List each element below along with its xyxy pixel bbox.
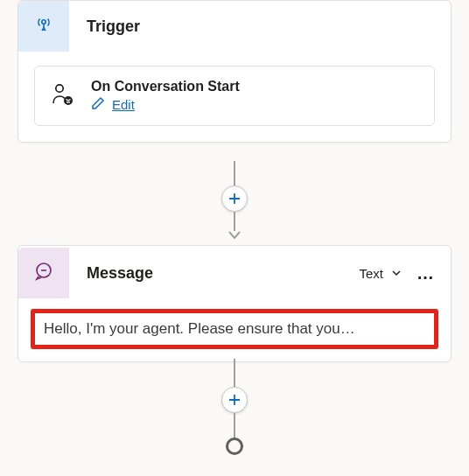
message-node-card: Message Text … Hello, I'm your agent. Pl… bbox=[18, 245, 452, 362]
message-more-button[interactable]: … bbox=[413, 262, 438, 285]
antenna-icon bbox=[33, 14, 54, 38]
trigger-event-panel[interactable]: On Conversation Start Edit bbox=[34, 66, 435, 126]
add-node-button[interactable] bbox=[221, 186, 248, 212]
message-type-select[interactable]: Text bbox=[359, 266, 402, 281]
svg-point-1 bbox=[56, 84, 63, 91]
user-speech-icon bbox=[49, 81, 75, 111]
connector-line bbox=[234, 413, 235, 438]
edit-trigger-label: Edit bbox=[112, 97, 135, 112]
plus-icon bbox=[228, 192, 242, 206]
add-node-button[interactable] bbox=[221, 387, 248, 413]
trigger-icon-tile bbox=[18, 1, 69, 52]
svg-point-0 bbox=[42, 20, 46, 24]
flow-end-terminator bbox=[226, 438, 243, 455]
plus-icon bbox=[228, 393, 242, 407]
edit-trigger-link[interactable]: Edit bbox=[91, 96, 240, 113]
chevron-down-icon bbox=[390, 267, 402, 279]
connector-line bbox=[234, 212, 235, 231]
chat-bubble-icon bbox=[33, 261, 54, 285]
message-type-label: Text bbox=[359, 266, 383, 281]
message-icon-tile bbox=[18, 248, 69, 298]
pencil-icon bbox=[91, 96, 105, 113]
arrow-down-icon bbox=[227, 229, 242, 245]
more-horizontal-icon: … bbox=[416, 263, 435, 283]
trigger-title: Trigger bbox=[87, 18, 140, 36]
trigger-event-title: On Conversation Start bbox=[91, 79, 240, 94]
trigger-node-card: Trigger On Conversation Start bbox=[18, 0, 452, 143]
message-title: Message bbox=[87, 264, 153, 283]
message-text-input[interactable]: Hello, I'm your agent. Please ensure tha… bbox=[31, 309, 438, 349]
connector-line bbox=[234, 359, 235, 387]
connector-line bbox=[234, 161, 235, 186]
